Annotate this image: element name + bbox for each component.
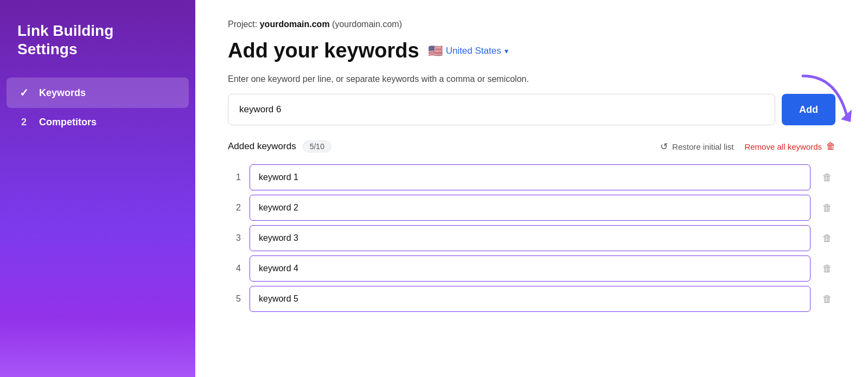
- sidebar: Link BuildingSettings ✓ Keywords 2 Compe…: [0, 0, 195, 377]
- keyword-row-input[interactable]: [250, 195, 810, 221]
- keywords-header-left: Added keywords 5/10: [228, 140, 331, 152]
- keyword-delete-button[interactable]: 🗑: [819, 170, 835, 186]
- country-name: United States: [446, 46, 501, 56]
- keyword-row-input[interactable]: [250, 164, 810, 190]
- keyword-row-input[interactable]: [250, 255, 810, 282]
- add-button[interactable]: Add: [782, 94, 835, 125]
- keyword-delete-button[interactable]: 🗑: [819, 231, 835, 246]
- keyword-input[interactable]: [228, 94, 775, 125]
- main-content: Project: yourdomain.com (yourdomain.com)…: [195, 0, 868, 377]
- instruction-text: Enter one keyword per line, or separate …: [228, 74, 835, 84]
- sidebar-title: Link BuildingSettings: [0, 22, 195, 78]
- keyword-delete-button[interactable]: 🗑: [819, 291, 835, 307]
- keyword-row-input[interactable]: [250, 225, 810, 251]
- country-flag: 🇺🇸: [428, 44, 443, 58]
- keyword-row: 5🗑: [228, 284, 835, 314]
- project-domain: yourdomain.com: [260, 20, 330, 29]
- sidebar-item-label: Competitors: [39, 117, 97, 128]
- keyword-row-number: 1: [228, 172, 241, 182]
- trash-icon: 🗑: [826, 141, 835, 152]
- check-icon: ✓: [17, 86, 30, 99]
- keyword-delete-button[interactable]: 🗑: [819, 200, 835, 216]
- project-parens: (yourdomain.com): [332, 20, 402, 29]
- project-label: Project:: [228, 20, 257, 29]
- page-title: Add your keywords: [228, 39, 419, 62]
- chevron-down-icon: ▾: [505, 47, 508, 55]
- keyword-row-number: 2: [228, 203, 241, 213]
- sidebar-item-competitors[interactable]: 2 Competitors: [0, 108, 195, 137]
- page-header: Add your keywords 🇺🇸 United States ▾: [228, 39, 835, 62]
- keyword-row: 3🗑: [228, 223, 835, 253]
- keywords-count-badge: 5/10: [303, 140, 331, 152]
- keyword-row-number: 5: [228, 294, 241, 304]
- keyword-row: 2🗑: [228, 193, 835, 223]
- remove-all-label: Remove all keywords: [744, 142, 822, 151]
- keywords-header-right: ↺ Restore initial list Remove all keywor…: [660, 141, 835, 152]
- sidebar-item-number: 2: [17, 117, 30, 128]
- restore-initial-list-button[interactable]: ↺ Restore initial list: [660, 141, 733, 152]
- country-selector-button[interactable]: 🇺🇸 United States ▾: [428, 44, 508, 58]
- remove-all-keywords-button[interactable]: Remove all keywords 🗑: [744, 141, 835, 152]
- sidebar-item-label: Keywords: [39, 87, 86, 99]
- keyword-list: 1🗑2🗑3🗑4🗑5🗑: [228, 162, 835, 314]
- keyword-delete-button[interactable]: 🗑: [819, 261, 835, 277]
- restore-icon: ↺: [660, 141, 668, 152]
- keyword-input-row: Add: [228, 94, 835, 125]
- sidebar-item-keywords[interactable]: ✓ Keywords: [7, 78, 189, 108]
- svg-marker-0: [841, 110, 852, 122]
- keywords-header: Added keywords 5/10 ↺ Restore initial li…: [228, 140, 835, 152]
- keyword-row: 1🗑: [228, 162, 835, 193]
- keyword-row: 4🗑: [228, 253, 835, 284]
- keyword-row-input[interactable]: [250, 286, 810, 312]
- restore-label: Restore initial list: [672, 142, 733, 151]
- added-keywords-label: Added keywords: [228, 141, 296, 152]
- keyword-row-number: 3: [228, 233, 241, 243]
- project-line: Project: yourdomain.com (yourdomain.com): [228, 20, 835, 29]
- keyword-row-number: 4: [228, 264, 241, 273]
